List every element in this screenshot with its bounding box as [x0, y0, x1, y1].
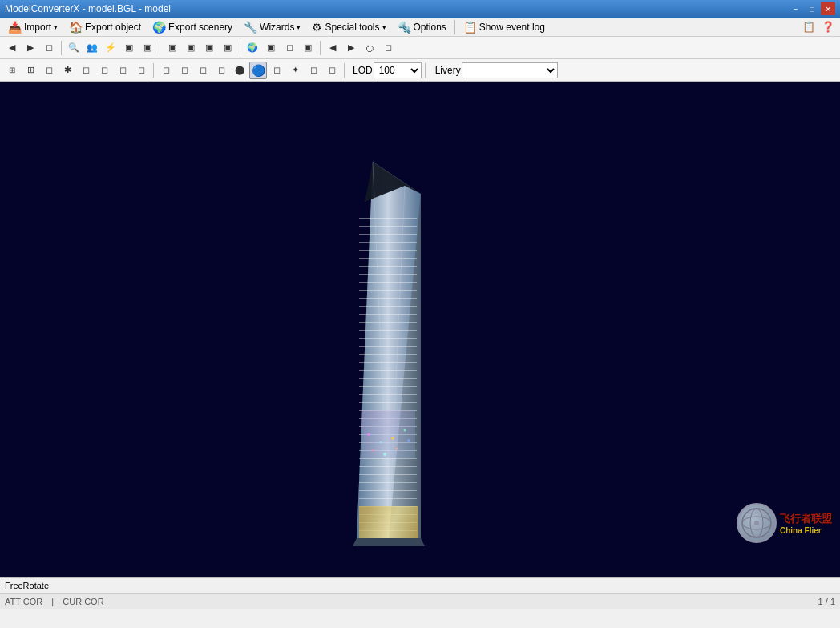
special-tools-icon: ⚙ [312, 21, 322, 34]
tb1-btn9[interactable]: ▣ [262, 39, 280, 57]
watermark-chinese: 飞行者联盟 [780, 512, 832, 526]
cur-cor-label: CUR COR [63, 597, 103, 606]
svg-rect-25 [359, 386, 417, 387]
menu-wizards[interactable]: 🔧 Wizards ▾ [239, 19, 305, 35]
menu-options[interactable]: 🔩 Options [393, 19, 451, 35]
tb1-btn5[interactable]: ▣ [164, 39, 181, 57]
menu-export-scenery[interactable]: 🌍 Export scenery [147, 19, 237, 35]
export-scenery-icon: 🌍 [152, 21, 166, 34]
tb1-sep3 [240, 41, 240, 55]
close-button[interactable]: ✕ [821, 2, 835, 15]
tb2-btn16[interactable]: ✦ [286, 62, 304, 79]
tb1-globe-button[interactable]: 🌍 [244, 39, 261, 57]
tb1-prev-button[interactable]: ◀ [324, 39, 341, 57]
tb2-btn12[interactable]: ◻ [212, 62, 230, 79]
tb1-group-button[interactable]: 👥 [83, 39, 101, 57]
livery-label: Livery [435, 65, 461, 76]
tb1-sep2 [160, 41, 160, 55]
help-pages-button[interactable]: 📋 [800, 18, 818, 36]
tb1-zoom-button[interactable]: 🔍 [65, 39, 83, 57]
menu-options-label: Options [414, 22, 446, 33]
svg-rect-22 [359, 362, 417, 363]
lod-dropdown[interactable]: 100 50 25 [374, 62, 422, 78]
tb1-next-button[interactable]: ▶ [342, 39, 360, 57]
tb1-btn4[interactable]: ▣ [139, 39, 156, 57]
tb2-btn5[interactable]: ◻ [77, 62, 95, 79]
wizards-arrow-icon: ▾ [297, 23, 301, 31]
svg-rect-38 [359, 490, 417, 491]
menu-show-event-log[interactable]: 📋 Show event log [458, 19, 550, 35]
tb2-btn14[interactable]: 🔵 [249, 62, 267, 79]
import-arrow-icon: ▾ [54, 23, 58, 31]
svg-marker-56 [353, 538, 425, 546]
svg-point-52 [372, 449, 374, 452]
viewport[interactable]: 飞行者联盟 China Flier [0, 82, 840, 577]
import-icon: 📥 [8, 21, 22, 34]
tb2-btn2[interactable]: ⊞ [22, 62, 39, 79]
tb1-btn6[interactable]: ▣ [182, 39, 200, 57]
menu-special-tools[interactable]: ⚙ Special tools ▾ [307, 19, 390, 35]
tb2-btn15[interactable]: ◻ [268, 62, 285, 79]
tb2-btn1[interactable]: ⊞ [3, 62, 21, 79]
tb1-back-button[interactable]: ◀ [3, 39, 21, 57]
tb2-btn3[interactable]: ◻ [40, 62, 58, 79]
tb1-flash-button[interactable]: ⚡ [102, 39, 119, 57]
tb1-forward-button[interactable]: ▶ [22, 39, 39, 57]
options-icon: 🔩 [398, 21, 411, 34]
status-text: FreeRotate [5, 581, 835, 590]
livery-dropdown[interactable] [462, 62, 558, 78]
minimize-button[interactable]: − [789, 2, 803, 15]
tb2-btn6[interactable]: ◻ [95, 62, 113, 79]
tb1-btn3[interactable]: ▣ [120, 39, 138, 57]
menu-separator [454, 20, 455, 34]
tb1-btn12[interactable]: ◻ [379, 39, 397, 57]
tb1-btn11[interactable]: ▣ [299, 39, 317, 57]
tb2-btn10[interactable]: ◻ [176, 62, 193, 79]
export-object-icon: 🏠 [69, 21, 83, 34]
menu-export-scenery-label: Export scenery [168, 22, 232, 33]
tb1-refresh-button[interactable]: ⭮ [361, 39, 378, 57]
maximize-button[interactable]: □ [805, 2, 819, 15]
svg-point-55 [407, 439, 410, 442]
page-number: 1 / 1 [818, 597, 835, 606]
menu-export-object[interactable]: 🏠 Export object [64, 19, 146, 35]
menu-import-label: Import [24, 22, 51, 33]
window-controls: − □ ✕ [789, 2, 835, 15]
tb2-btn13[interactable]: ⬤ [231, 62, 248, 79]
tb2-sep1 [153, 63, 154, 78]
tb2-btn11[interactable]: ◻ [194, 62, 212, 79]
svg-rect-18 [359, 330, 417, 331]
svg-point-53 [383, 453, 386, 456]
tb2-btn18[interactable]: ◻ [323, 62, 341, 79]
tb1-btn10[interactable]: ◻ [281, 39, 298, 57]
bottom-bar: ATT COR | CUR COR 1 / 1 [0, 593, 840, 609]
svg-rect-5 [359, 226, 417, 227]
svg-rect-26 [359, 394, 417, 395]
watermark-english: China Flier [780, 526, 832, 535]
tb2-btn7[interactable]: ◻ [114, 62, 131, 79]
svg-rect-35 [359, 466, 417, 467]
tb2-btn4[interactable]: ✱ [59, 62, 76, 79]
toolbar2: ⊞ ⊞ ◻ ✱ ◻ ◻ ◻ ◻ ◻ ◻ ◻ ◻ ⬤ 🔵 ◻ ✦ ◻ ◻ LOD … [0, 59, 840, 82]
svg-rect-23 [359, 370, 417, 371]
watermark: 飞行者联盟 China Flier [737, 503, 832, 543]
tb2-btn9[interactable]: ◻ [157, 62, 175, 79]
svg-point-60 [754, 521, 759, 525]
tb2-btn8[interactable]: ◻ [132, 62, 150, 79]
tb1-stop-button[interactable]: ◻ [40, 39, 58, 57]
menu-bar: 📥 Import ▾ 🏠 Export object 🌍 Export scen… [0, 18, 840, 37]
tb1-btn8[interactable]: ▣ [219, 39, 236, 57]
special-tools-arrow-icon: ▾ [382, 23, 386, 31]
svg-rect-21 [359, 354, 417, 355]
svg-rect-9 [359, 258, 417, 259]
status-bar: FreeRotate [0, 577, 840, 593]
menu-import[interactable]: 📥 Import ▾ [3, 19, 63, 35]
tb2-btn17[interactable]: ◻ [305, 62, 322, 79]
svg-rect-39 [359, 498, 417, 499]
watermark-logo [737, 503, 777, 543]
svg-point-48 [367, 433, 370, 436]
svg-rect-17 [359, 322, 417, 323]
tb1-btn7[interactable]: ▣ [200, 39, 218, 57]
help-button[interactable]: ❓ [819, 18, 837, 36]
svg-rect-24 [359, 378, 417, 379]
